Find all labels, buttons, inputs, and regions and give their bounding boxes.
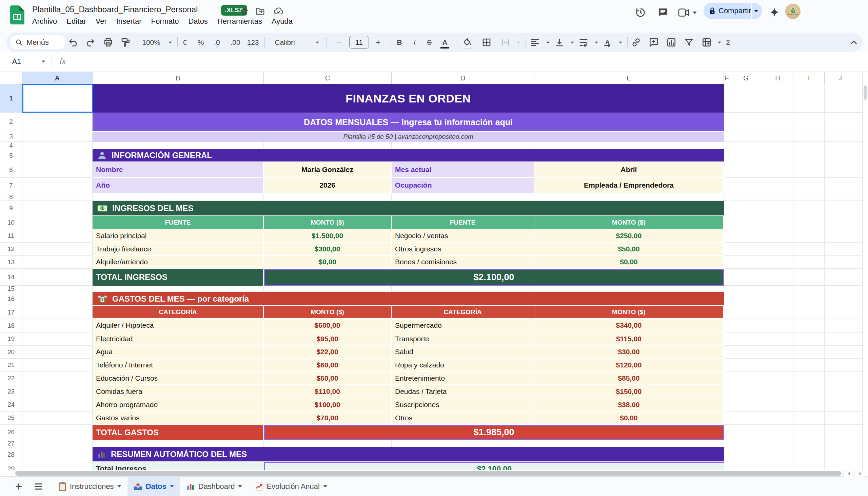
section-expenses[interactable]: $GASTOS DEL MES — por categoría [93, 292, 724, 306]
number-format-button[interactable]: 123 [244, 33, 262, 52]
fill-color-button[interactable] [459, 33, 476, 52]
sheet-note[interactable]: Plantilla #5 de 50 | avanzaconpropositoo… [93, 131, 724, 142]
cell-E19[interactable]: $115,00 [534, 332, 724, 346]
cell-B10[interactable]: FUENTE [93, 216, 264, 229]
row-header-11[interactable]: 11 [0, 229, 22, 243]
cell-D23[interactable]: Deudas / Tarjeta [391, 385, 534, 398]
create-filter-button[interactable] [680, 33, 698, 52]
zoom-select[interactable]: 100% [142, 33, 160, 52]
row-header-20[interactable]: 20 [0, 346, 22, 359]
sheet-tab-datos[interactable]: Datos [128, 477, 180, 496]
cell-C24[interactable]: $100,00 [264, 398, 391, 412]
cell-C17[interactable]: MONTO ($) [264, 306, 391, 319]
cell-D17[interactable]: CATEGORÍA [391, 306, 534, 319]
row-header-1[interactable]: 1 [0, 84, 22, 113]
sheet-subtitle[interactable]: DATOS MENSUALES — Ingresa tu información… [93, 113, 724, 131]
cell-C19[interactable]: $95,00 [264, 332, 391, 346]
section-summary[interactable]: RESUMEN AUTOMÁTICO DEL MES [93, 447, 724, 462]
scroll-right-arrow[interactable] [854, 470, 865, 477]
cell-E25[interactable]: $0,00 [534, 412, 724, 425]
pivot-table-button[interactable] [698, 33, 716, 52]
row-header-2[interactable]: 2 [0, 113, 22, 131]
sheet-tab-instrucciones[interactable]: Instrucciones [52, 477, 128, 496]
cell-E22[interactable]: $85,00 [534, 372, 724, 385]
cell-E17[interactable]: MONTO ($) [534, 306, 724, 319]
cell-D21[interactable]: Ropa y calzado [391, 359, 534, 372]
cell-C22[interactable]: $50,00 [264, 372, 391, 385]
row-header-8[interactable]: 8 [0, 193, 22, 201]
cell-B19[interactable]: Electricidad [93, 332, 264, 346]
row-header-28[interactable]: 28 [0, 447, 22, 462]
version-history-icon[interactable] [635, 7, 646, 18]
menu-insertar[interactable]: Insertar [116, 17, 142, 26]
scroll-left-arrow[interactable] [843, 470, 854, 477]
menu-ver[interactable]: Ver [96, 17, 107, 26]
row-header-7[interactable]: 7 [0, 178, 22, 193]
cell-E12[interactable]: $50,00 [534, 243, 724, 256]
name-box[interactable]: A1 [12, 57, 21, 65]
row-header-21[interactable]: 21 [0, 359, 22, 372]
document-title[interactable]: Plantilla_05_Dashboard_Financiero_Person… [32, 5, 198, 14]
cell-C12[interactable]: $300,00 [264, 243, 391, 256]
cell-D10[interactable]: FUENTE [391, 216, 534, 229]
cell-B18[interactable]: Alquiler / Hipoteca [93, 319, 264, 332]
text-color-button[interactable]: A [436, 33, 454, 52]
cell-E23[interactable]: $150,00 [534, 385, 724, 398]
cell-B6[interactable]: Nombre [93, 162, 264, 178]
cell-D11[interactable]: Negocio / ventas [391, 229, 534, 243]
column-header-H[interactable]: H [762, 72, 793, 84]
cell-B21[interactable]: Teléfono / Internet [93, 359, 264, 372]
horizontal-align-button[interactable] [526, 33, 544, 52]
cell-C11[interactable]: $1.500,00 [264, 229, 391, 243]
cell-E24[interactable]: $38,00 [534, 398, 724, 412]
row-header-19[interactable]: 19 [0, 332, 22, 346]
vertical-scrollbar[interactable] [862, 72, 868, 470]
insert-link-button[interactable] [627, 33, 645, 52]
insert-chart-button[interactable] [662, 33, 680, 52]
cell-D18[interactable]: Supermercado [391, 319, 534, 332]
cell-D19[interactable]: Transporte [391, 332, 534, 346]
video-call-icon[interactable] [678, 7, 690, 18]
column-headers[interactable]: ABCDEFGHIJ [0, 72, 868, 84]
row-header-25[interactable]: 25 [0, 412, 22, 425]
row-header-17[interactable]: 17 [0, 306, 22, 319]
cell-B17[interactable]: CATEGORÍA [93, 306, 264, 319]
column-header-I[interactable]: I [793, 72, 824, 84]
cell-C21[interactable]: $60,00 [264, 359, 391, 372]
select-all-corner[interactable] [0, 72, 22, 84]
share-button[interactable]: Compartir [704, 3, 751, 19]
borders-button[interactable] [478, 33, 495, 52]
print-button[interactable] [99, 33, 117, 52]
share-dropdown[interactable] [751, 3, 762, 19]
paint-format-button[interactable] [117, 33, 134, 52]
row-header-15[interactable]: 15 [0, 286, 22, 292]
cell-B12[interactable]: Trabajo freelance [93, 243, 264, 256]
cell-B24[interactable]: Ahorro programado [93, 398, 264, 412]
cell-B25[interactable]: Gastos varios [93, 412, 264, 425]
text-wrap-button[interactable] [575, 33, 592, 52]
cell-D13[interactable]: Bonos / comisiones [391, 256, 534, 269]
row-header-12[interactable]: 12 [0, 243, 22, 256]
cell-B13[interactable]: Alquiler/arriendo [93, 256, 264, 269]
summary-row-value[interactable]: $2.100,00 [264, 462, 724, 470]
functions-button[interactable]: Σ [720, 33, 737, 52]
menu-formato[interactable]: Formato [151, 17, 179, 26]
cell-D22[interactable]: Entretenimiento [391, 372, 534, 385]
menu-ayuda[interactable]: Ayuda [272, 17, 293, 26]
hscroll-thumb[interactable] [15, 471, 841, 476]
sheet-tab-dashboard[interactable]: Dashboard [180, 477, 248, 496]
vertical-align-button[interactable] [551, 33, 568, 52]
cell-B20[interactable]: Agua [93, 346, 264, 359]
row-header-6[interactable]: 6 [0, 162, 22, 178]
menu-archivo[interactable]: Archivo [32, 17, 57, 26]
row-header-22[interactable]: 22 [0, 372, 22, 385]
row-header-29[interactable]: 29 [0, 462, 22, 470]
increase-decimals-button[interactable]: .00→ [226, 33, 244, 52]
cell-E7[interactable]: Empleada / Emprendedora [534, 178, 724, 193]
cell-C23[interactable]: $110,00 [264, 385, 391, 398]
column-header-G[interactable]: G [730, 72, 762, 84]
cell-E13[interactable]: $0,00 [534, 256, 724, 269]
column-header-C[interactable]: C [264, 72, 391, 84]
row-header-18[interactable]: 18 [0, 319, 22, 332]
row-header-24[interactable]: 24 [0, 398, 22, 412]
